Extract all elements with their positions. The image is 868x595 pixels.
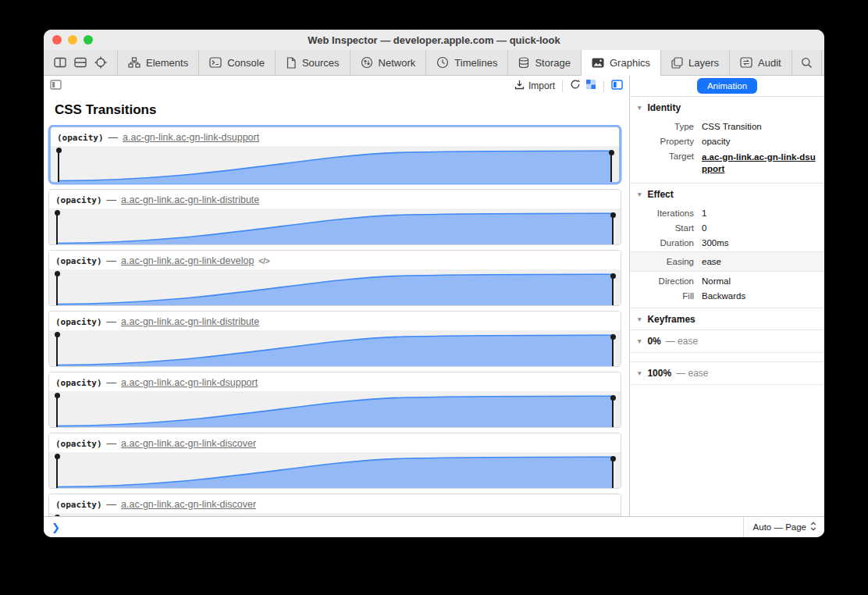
start-marker[interactable] <box>58 150 59 182</box>
audit-cycle-icon <box>740 57 752 68</box>
easing-curve-graph <box>49 208 621 244</box>
animation-card[interactable]: (opacity) — a.ac-gn-link.ac-gn-link-deve… <box>48 250 621 306</box>
dock-side-icon[interactable] <box>54 57 66 68</box>
import-button[interactable]: Import <box>514 80 555 92</box>
settings-button[interactable]: ⚙ <box>822 50 824 75</box>
tab-layers[interactable]: Layers <box>661 50 730 75</box>
execution-context-selector[interactable]: Auto — Page <box>743 517 824 537</box>
graphics-main-panel: Import CSS Transitions (opacity) — a.ac-… <box>44 76 629 516</box>
dash-separator: — <box>107 255 117 266</box>
animation-scope-button[interactable]: Animation <box>697 78 757 94</box>
effect-section-header[interactable]: ▼ Effect <box>630 183 824 205</box>
end-marker[interactable] <box>612 276 614 305</box>
tab-elements[interactable]: Elements <box>118 50 199 75</box>
image-icon <box>592 58 604 68</box>
tab-label: Graphics <box>610 57 650 69</box>
tab-console[interactable]: Console <box>199 50 276 75</box>
end-marker[interactable] <box>612 215 614 244</box>
start-marker[interactable] <box>56 395 58 427</box>
target-element-link[interactable]: a.ac-gn-link.ac-gn-link-discover <box>121 438 256 449</box>
animation-card[interactable]: (opacity) — a.ac-gn-link.ac-gn-link-dsup… <box>48 372 621 428</box>
tab-timelines[interactable]: Timelines <box>426 50 508 75</box>
zoom-window-button[interactable] <box>84 35 93 45</box>
target-element-link[interactable]: a.ac-gn-link.ac-gn-link-dsupport <box>121 377 258 388</box>
tab-storage[interactable]: Storage <box>508 50 582 75</box>
start-marker[interactable] <box>56 273 58 305</box>
start-marker[interactable] <box>56 212 58 244</box>
easing-curve-svg <box>49 452 621 488</box>
close-window-button[interactable] <box>52 35 62 45</box>
element-picker-icon[interactable] <box>94 56 107 69</box>
animation-card-title: (opacity) — a.ac-gn-link.ac-gn-link-dsup… <box>49 372 621 391</box>
console-icon <box>209 57 222 68</box>
clock-icon <box>436 56 449 69</box>
dash-separator: — <box>108 132 119 143</box>
tab-graphics[interactable]: Graphics <box>581 50 661 75</box>
easing-curve-graph <box>49 269 621 305</box>
target-element-link[interactable]: a.ac-gn-link.ac-gn-link-distribute <box>121 194 259 205</box>
console-prompt-icon[interactable]: ❯ <box>44 522 60 533</box>
dash-separator: — <box>107 194 117 205</box>
identity-section-header[interactable]: ▼ Identity <box>630 97 824 118</box>
layers-icon <box>671 57 683 69</box>
animation-card[interactable]: (opacity) — a.ac-gn-link.ac-gn-link-dist… <box>48 311 621 367</box>
end-marker[interactable] <box>612 337 614 366</box>
hierarchy-icon <box>128 57 141 68</box>
easing-curve-graph <box>51 146 619 182</box>
animated-property-label: (opacity) <box>55 378 102 388</box>
tab-label: Storage <box>535 57 571 69</box>
keyframe-row-100[interactable]: ▼ 100% — ease <box>630 362 824 384</box>
easing-curve-svg <box>49 269 621 305</box>
identity-row-property: Property opacity <box>630 134 824 148</box>
quick-console-bar: ❯ Auto — Page <box>44 516 824 537</box>
keyframe-row-0[interactable]: ▼ 0% — ease <box>630 330 824 352</box>
refresh-icon[interactable] <box>570 79 581 93</box>
grid-overlay-toggle-icon[interactable] <box>585 79 596 93</box>
tab-sources[interactable]: Sources <box>276 50 350 75</box>
keyframes-section-header[interactable]: ▼ Keyframes <box>630 308 824 330</box>
animation-card[interactable]: (opacity) — a.ac-gn-link.ac-gn-link-disc… <box>48 433 621 489</box>
dock-bottom-icon[interactable] <box>74 57 87 68</box>
navigation-sidebar-toggle-icon[interactable] <box>50 79 62 93</box>
easing-curve-graph <box>49 330 621 366</box>
search-button[interactable] <box>792 50 822 75</box>
keyframe-spacer <box>630 352 824 362</box>
identity-rows: Type CSS Transition Property opacity Tar… <box>630 118 824 183</box>
target-element-link[interactable]: a.ac-gn-link.ac-gn-link-develop <box>121 255 254 266</box>
keyframe-bottom-separator <box>630 384 824 385</box>
target-element-link[interactable]: a.ac-gn-link.ac-gn-link-distribute <box>121 316 259 327</box>
search-icon <box>801 57 813 69</box>
toolbar-separator <box>562 80 563 92</box>
tab-label: Timelines <box>454 57 497 69</box>
effect-rows: Iterations 1 Start 0 Duration 300ms Easi… <box>630 205 824 308</box>
minimize-window-button[interactable] <box>68 35 77 45</box>
end-marker[interactable] <box>610 152 612 182</box>
effect-row-fill: Fill Backwards <box>630 288 824 303</box>
start-marker[interactable] <box>56 334 58 366</box>
end-marker[interactable] <box>612 458 614 488</box>
target-element-link[interactable]: a.ac-gn-link.ac-gn-link-dsupport <box>123 132 259 143</box>
animation-card[interactable]: (opacity) — a.ac-gn-link.ac-gn-link-dist… <box>48 189 621 245</box>
target-node-link[interactable]: a.ac-gn-link.ac-gn-link-dsupport <box>702 151 818 176</box>
dock-controls <box>44 50 118 75</box>
details-sidebar-toggle-icon[interactable] <box>611 79 623 93</box>
end-marker[interactable] <box>612 397 614 427</box>
section-title: Effect <box>647 189 673 200</box>
animation-card-list: (opacity) — a.ac-gn-link.ac-gn-link-dsup… <box>44 125 629 516</box>
titlebar: Web Inspector — developer.apple.com — qu… <box>44 30 824 50</box>
animated-property-label: (opacity) <box>55 256 102 266</box>
target-element-link[interactable]: a.ac-gn-link.ac-gn-link-discover <box>121 499 256 510</box>
tab-network[interactable]: Network <box>350 50 427 75</box>
start-marker[interactable] <box>56 456 58 488</box>
tab-label: Sources <box>302 57 340 69</box>
animation-card[interactable]: (opacity) — a.ac-gn-link.ac-gn-link-dsup… <box>50 126 620 183</box>
animation-card[interactable]: (opacity) — a.ac-gn-link.ac-gn-link-disc… <box>48 493 621 516</box>
easing-curve-svg <box>49 391 621 427</box>
tab-audit[interactable]: Audit <box>730 50 792 75</box>
download-icon <box>514 80 525 92</box>
easing-curve-svg <box>51 146 619 182</box>
disclosure-triangle-icon: ▼ <box>636 191 642 198</box>
easing-curve-svg <box>49 330 621 366</box>
web-inspector-window: Web Inspector — developer.apple.com — qu… <box>44 30 824 537</box>
document-icon <box>286 57 297 69</box>
